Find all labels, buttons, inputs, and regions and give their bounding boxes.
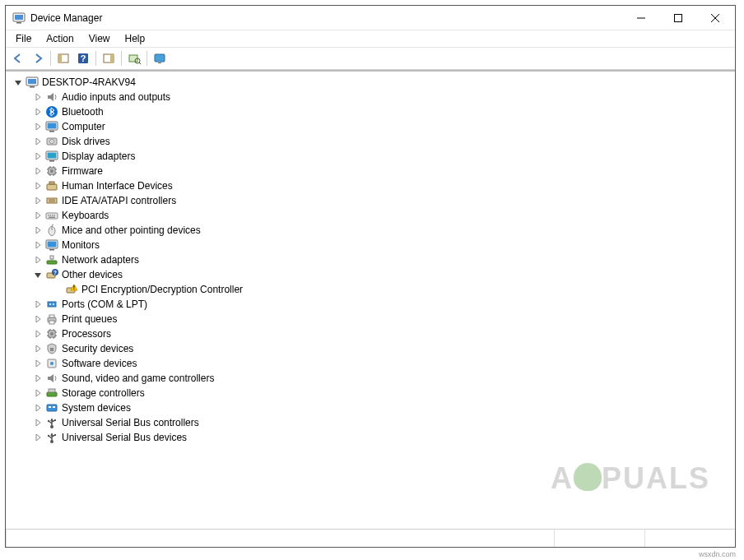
expand-icon[interactable] [32,136,44,147]
security-icon [45,342,58,355]
svg-rect-29 [48,153,57,159]
expand-icon[interactable] [32,343,44,354]
svg-rect-72 [50,332,53,336]
speaker-icon [45,372,58,385]
tree-item-storage-controllers[interactable]: Storage controllers [9,386,735,400]
expand-icon[interactable] [32,224,44,236]
port-icon [45,298,58,311]
expand-icon[interactable] [32,432,44,443]
tree-item-ports-com-lpt[interactable]: Ports (COM & LPT) [9,297,735,312]
expand-icon[interactable] [32,373,44,384]
forward-button[interactable] [29,49,47,67]
network-icon [45,253,58,266]
tree-item-monitors[interactable]: Monitors [9,238,735,252]
svg-rect-100 [54,434,56,436]
usb-icon [45,416,58,429]
tree-item-label: Sound, video and game controllers [62,373,214,384]
back-button[interactable] [9,49,27,67]
tree-item-other-devices[interactable]: ?Other devices [9,267,735,282]
svg-rect-94 [54,419,56,421]
collapse-icon[interactable] [12,76,24,88]
tree-item-human-interface-devices[interactable]: Human Interface Devices [9,178,735,193]
titlebar: Device Manager [6,6,735,30]
tree-item-label: Bluetooth [62,106,104,118]
tree-item-audio-inputs-and-outputs[interactable]: Audio inputs and outputs [9,90,735,104]
expand-icon[interactable] [32,239,44,251]
warning-icon: ! [65,283,78,296]
site-credit: wsxdn.com [699,550,736,558]
tree-item-print-queues[interactable]: Print queues [9,312,735,326]
close-button[interactable] [696,7,733,30]
menu-view[interactable]: View [82,31,117,46]
tree-item-ide-ata-atapi-controllers[interactable]: IDE ATA/ATAPI controllers [9,193,735,208]
expand-icon[interactable] [32,387,44,399]
show-hide-console-tree-button[interactable] [54,49,72,67]
expand-icon[interactable] [32,402,44,414]
scan-hardware-button[interactable] [125,49,143,67]
expand-icon[interactable] [32,210,44,221]
cpu-icon [45,327,58,340]
tree-item-universal-serial-bus-controllers[interactable]: Universal Serial Bus controllers [9,415,735,430]
tree-item-processors[interactable]: Processors [9,326,735,341]
expand-icon[interactable] [32,121,44,132]
menu-help[interactable]: Help [119,31,152,46]
chip-icon [45,164,58,178]
tree-item-sound-video-and-game-controllers[interactable]: Sound, video and game controllers [9,371,735,386]
tree-item-mice-and-other-pointing-devices[interactable]: Mice and other pointing devices [9,223,735,238]
monitor-icon [45,120,58,133]
tree-item-keyboards[interactable]: Keyboards [9,208,735,223]
tree-item-desktop-4rakv94[interactable]: DESKTOP-4RAKV94 [9,75,735,90]
expand-icon[interactable] [32,195,44,206]
expand-icon[interactable] [32,106,44,118]
tree-item-bluetooth[interactable]: Bluetooth [9,104,735,119]
tree-item-label: Ports (COM & LPT) [62,299,147,310]
software-icon [45,357,58,370]
tree-item-label: Universal Serial Bus controllers [62,417,199,428]
action-pane-button[interactable] [100,49,118,67]
svg-rect-69 [49,315,54,317]
tree-item-label: Firmware [62,165,103,177]
help-button[interactable]: ? [74,49,92,67]
tree-item-label: Computer [62,121,105,132]
expand-icon[interactable] [32,313,44,325]
tree-item-label: DESKTOP-4RAKV94 [42,76,136,88]
svg-rect-70 [49,321,54,324]
tree-item-universal-serial-bus-devices[interactable]: Universal Serial Bus devices [9,430,735,445]
svg-rect-20 [30,86,35,88]
tree-item-pci-encryption-decryption-controller[interactable]: !PCI Encryption/Decryption Controller [9,282,735,297]
tree-item-firmware[interactable]: Firmware [9,164,735,178]
expand-icon[interactable] [32,254,44,266]
expand-icon[interactable] [32,165,44,177]
tree-item-label: Mice and other pointing devices [62,224,201,236]
svg-rect-88 [53,406,55,408]
expand-icon[interactable] [32,91,44,103]
menu-action[interactable]: Action [40,31,80,46]
svg-line-5 [711,14,719,22]
expand-icon[interactable] [32,299,44,310]
expand-icon[interactable] [32,150,44,162]
svg-rect-84 [47,392,57,396]
expand-icon[interactable] [32,180,44,192]
expand-icon[interactable] [32,358,44,369]
tree-item-disk-drives[interactable]: Disk drives [9,134,735,149]
system-icon [45,401,58,414]
tree-item-software-devices[interactable]: Software devices [9,356,735,371]
tree-item-security-devices[interactable]: Security devices [9,341,735,356]
tree-item-system-devices[interactable]: System devices [9,400,735,415]
tree-item-label: Security devices [62,343,133,354]
svg-rect-43 [47,198,57,203]
disk-icon [45,135,58,148]
svg-rect-17 [158,62,161,63]
tree-item-network-adapters[interactable]: Network adapters [9,252,735,267]
tree-item-computer[interactable]: Computer [9,119,735,134]
expand-icon[interactable] [32,328,44,340]
maximize-button[interactable] [659,7,696,30]
menu-file[interactable]: File [9,31,38,46]
tree-item-label: Human Interface Devices [62,180,173,192]
monitor-button[interactable] [151,49,169,67]
tree-item-display-adapters[interactable]: Display adapters [9,149,735,164]
expand-icon[interactable] [32,417,44,428]
device-tree[interactable]: DESKTOP-4RAKV94Audio inputs and outputsB… [6,70,735,529]
minimize-button[interactable] [622,7,659,30]
collapse-icon[interactable] [32,269,44,280]
